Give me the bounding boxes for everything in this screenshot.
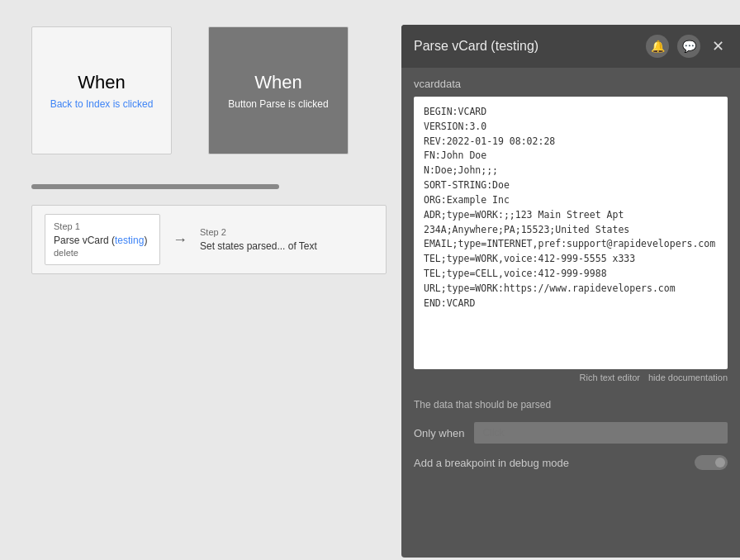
when-card-1-title: When [78,72,125,93]
chat-icon: 💬 [682,40,696,53]
step-area: Step 1 Parse vCard (testing) delete → St… [31,205,387,274]
breakpoint-section: Add a breakpoint in debug mode [401,455,740,482]
panel-icons: 🔔 💬 ✕ [646,35,728,58]
step-1-delete[interactable]: delete [54,248,151,258]
bell-button[interactable]: 🔔 [646,35,669,58]
when-card-2[interactable]: When Button Parse is clicked [208,26,349,154]
connector-bar [31,184,279,189]
step-2-name: Set states parsed... of Text [200,240,317,252]
step-arrow: → [173,231,187,249]
vcarddata-label: vcarddata [414,78,728,90]
when-card-2-title: When [254,72,301,93]
bell-icon: 🔔 [651,40,665,53]
breakpoint-toggle[interactable] [695,455,728,470]
rich-text-hint: Rich text editor hide documentation [414,369,728,382]
step-1-name: Parse vCard (testing) [54,235,151,246]
only-when-label: Only when [414,427,464,439]
right-panel: Parse vCard (testing) 🔔 💬 ✕ vcarddata BE… [401,25,740,558]
when-card-1-subtitle: Back to Index is clicked [50,98,154,110]
chat-button[interactable]: 💬 [677,35,700,58]
when-card-1[interactable]: When Back to Index is clicked [31,26,172,154]
step-1-name-part1: Parse vCard ( [54,235,115,246]
when-card-2-subtitle: Button Parse is clicked [228,98,328,110]
vcarddata-section: vcarddata BEGIN:VCARD VERSION:3.0 REV:20… [401,68,740,392]
only-when-input[interactable] [474,422,728,444]
step-1-box[interactable]: Step 1 Parse vCard (testing) delete [45,214,160,265]
vcarddata-editor[interactable]: BEGIN:VCARD VERSION:3.0 REV:2022-01-19 0… [414,97,728,369]
close-button[interactable]: ✕ [709,37,728,55]
close-icon: ✕ [712,38,724,55]
step-1-name-part3: ) [144,235,147,246]
step-2-label: Step 2 [200,227,317,237]
step-2-box: Step 2 Set states parsed... of Text [200,227,317,252]
canvas-area: When Back to Index is clicked When Butto… [0,0,740,560]
panel-header: Parse vCard (testing) 🔔 💬 ✕ [401,25,740,68]
description-text: The data that should be parsed [401,392,740,411]
step-1-name-colored: testing [115,235,144,246]
rich-text-editor-link[interactable]: Rich text editor [580,373,640,382]
hide-documentation-link[interactable]: hide documentation [648,373,728,382]
step-1-label: Step 1 [54,221,151,231]
panel-title: Parse vCard (testing) [414,39,538,54]
only-when-section: Only when [401,411,740,455]
breakpoint-label: Add a breakpoint in debug mode [414,457,685,469]
